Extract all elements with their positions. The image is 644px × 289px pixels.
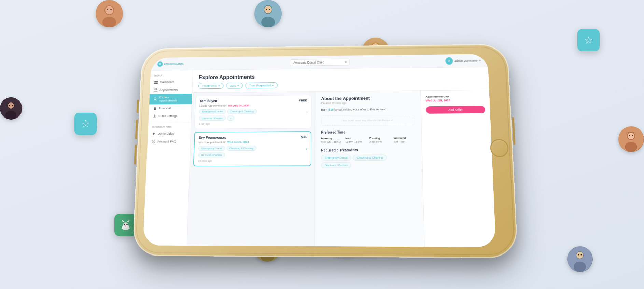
svg-point-29 — [632, 135, 633, 136]
svg-point-8 — [261, 17, 275, 27]
filter-treatments[interactable]: Treatments ▾ — [198, 83, 224, 89]
appointment-card-1[interactable]: Tom Bilyeu FREE Needs Appointment for: T… — [194, 95, 311, 129]
admin-chevron: ▾ — [479, 59, 481, 62]
apt2-name: Evy Poumpouras — [199, 136, 226, 139]
svg-point-22 — [9, 105, 10, 106]
apt1-tag-1: Emergency Dental — [199, 109, 226, 114]
apt1-tag-3: Dentures / Partials — [199, 116, 226, 121]
svg-point-53 — [154, 98, 156, 100]
apt1-badge: FREE — [299, 99, 307, 102]
apt2-date-row: Needs Appointment for: Wed Jul 26, 2024 — [199, 140, 307, 144]
avatar-male2 — [254, 0, 282, 27]
gear-icon — [153, 114, 157, 118]
no-offers-text: You didn't send any offers to this Reque… — [321, 115, 415, 126]
earn-row: Earn $15 by submitting your offer to thi… — [321, 107, 415, 111]
sidebar-item-appointments[interactable]: Appointments — [150, 86, 192, 94]
pricing-label: Pricing & FAQ — [157, 140, 176, 143]
svg-point-43 — [124, 224, 125, 225]
apt-date-heading: Appointment Date — [425, 95, 485, 98]
star-badge-left: ☆ — [74, 113, 97, 135]
time-evening: Evening After 5 PM — [369, 137, 391, 143]
right-panel: Appointment Date Wed Jul 26, 2024 Add Of… — [420, 90, 496, 247]
play-icon — [152, 132, 156, 136]
filter-time-label: Time Requested — [249, 84, 271, 87]
apt2-header: Evy Poumpouras $36 — [199, 135, 307, 139]
volume-mute-btn — [136, 100, 139, 113]
svg-rect-46 — [154, 81, 156, 82]
svg-point-26 — [625, 142, 637, 152]
svg-rect-48 — [154, 83, 156, 84]
dropdown-arrow: ▾ — [345, 60, 347, 64]
svg-point-45 — [125, 225, 126, 226]
apt1-header: Tom Bilyeu FREE — [199, 98, 307, 103]
sidebar-divider — [148, 123, 191, 123]
apt2-tag-1: Emergency Dental — [198, 146, 225, 151]
main-area: Explore Appointments Treatments ▾ Date ▾ — [187, 67, 496, 247]
add-offer-button[interactable]: Add Offer — [426, 106, 485, 114]
star-icon-2: ☆ — [81, 118, 90, 129]
filter-date[interactable]: Date ▾ — [226, 83, 243, 89]
lock-icon — [153, 106, 157, 110]
treatment-tag-3: Dentures / Partials — [321, 162, 351, 168]
appointment-card-2[interactable]: Evy Poumpouras $36 Needs Appointment for… — [193, 131, 311, 166]
filter-row: Treatments ▾ Date ▾ Time Requested — [198, 81, 483, 89]
time-grid: Morning 9:00 AM - 10AM Noon 12 PM - 2 PM — [321, 136, 416, 143]
sidebar-item-clinic-settings[interactable]: Clinic Settings — [149, 112, 191, 120]
sidebar-item-pricing[interactable]: ? Pricing & FAQ — [147, 137, 190, 146]
sidebar-item-demo[interactable]: Demo Video — [148, 129, 191, 138]
apt-date-display: Wed Jul 26, 2024 — [426, 98, 485, 102]
volume-up-btn — [135, 120, 138, 139]
sidebar-item-dashboard[interactable]: Dashboard — [150, 78, 192, 86]
filter-time[interactable]: Time Requested ▾ — [245, 82, 277, 88]
svg-point-11 — [269, 9, 270, 10]
filter-date-arrow: ▾ — [237, 84, 239, 87]
svg-marker-57 — [153, 132, 155, 135]
clinic-dropdown[interactable]: Awesome Dental Clinic ▾ — [290, 59, 350, 66]
filter-treatments-arrow: ▾ — [218, 84, 220, 87]
info-label: INFORMATIONS — [148, 125, 191, 129]
calendar-icon — [154, 88, 158, 92]
avatar-male1 — [96, 0, 123, 27]
svg-point-38 — [574, 262, 586, 272]
svg-rect-50 — [154, 89, 157, 92]
apt2-date-value: Wed Jul 26, 2024 — [227, 141, 249, 144]
two-panel: Tom Bilyeu FREE Needs Appointment for: T… — [187, 90, 496, 247]
logo-text: EMEROCLINIC — [164, 62, 184, 65]
page-title: Explore Appointments — [199, 72, 482, 80]
sidebar-item-explore[interactable]: Explore Appointments — [149, 94, 192, 105]
apt2-tags-2: Dentures / Partials — [198, 152, 306, 158]
volume-down-btn — [134, 144, 137, 165]
svg-text:?: ? — [153, 141, 154, 143]
apt2-time-ago: 36 mins ago — [198, 159, 307, 162]
apt1-date-row: Needs Appointment for: Tue Aug 26, 2024 — [199, 104, 307, 107]
filter-time-arrow: ▾ — [272, 84, 274, 87]
svg-point-3 — [105, 6, 113, 14]
admin-avatar: A — [445, 57, 453, 64]
apt2-badge: $36 — [301, 135, 307, 139]
clinic-selector-wrapper: Awesome Dental Clinic ▾ — [196, 58, 445, 67]
time-noon: Noon 12 PM - 2 PM — [345, 137, 367, 143]
svg-rect-49 — [156, 83, 158, 84]
phone-screen: M EMEROCLINIC Awesome Dental Clinic ▾ — [143, 54, 496, 247]
star-badge-top-right: ☆ — [577, 29, 600, 51]
svg-point-40 — [578, 254, 579, 256]
phone-body: M EMEROCLINIC Awesome Dental Clinic ▾ — [132, 44, 518, 258]
avatar-female2 — [0, 97, 22, 120]
home-button[interactable] — [490, 139, 509, 157]
apt1-tags: Emergency Dental Check-up & Cleaning — [199, 109, 307, 114]
svg-point-41 — [581, 254, 582, 256]
apt1-tag-2: Check-up & Cleaning — [227, 109, 257, 114]
svg-point-20 — [5, 111, 16, 120]
sidebar: MENU Dashboard — [143, 70, 193, 246]
apt1-name: Tom Bilyeu — [199, 99, 217, 103]
apt1-tag-4: ~ — [227, 115, 234, 121]
main-header: Explore Appointments Treatments ▾ Date ▾ — [192, 67, 489, 93]
treatment-tag-2: Check-up & Cleaning — [353, 155, 387, 161]
treatment-tag-1: Emergency Dental — [321, 155, 351, 161]
svg-line-54 — [156, 100, 157, 100]
screen-content: MENU Dashboard — [143, 67, 496, 247]
financial-label: Financial — [159, 107, 171, 110]
svg-point-10 — [266, 9, 267, 10]
sidebar-item-financial[interactable]: Financial — [149, 104, 192, 112]
svg-point-27 — [628, 133, 634, 139]
